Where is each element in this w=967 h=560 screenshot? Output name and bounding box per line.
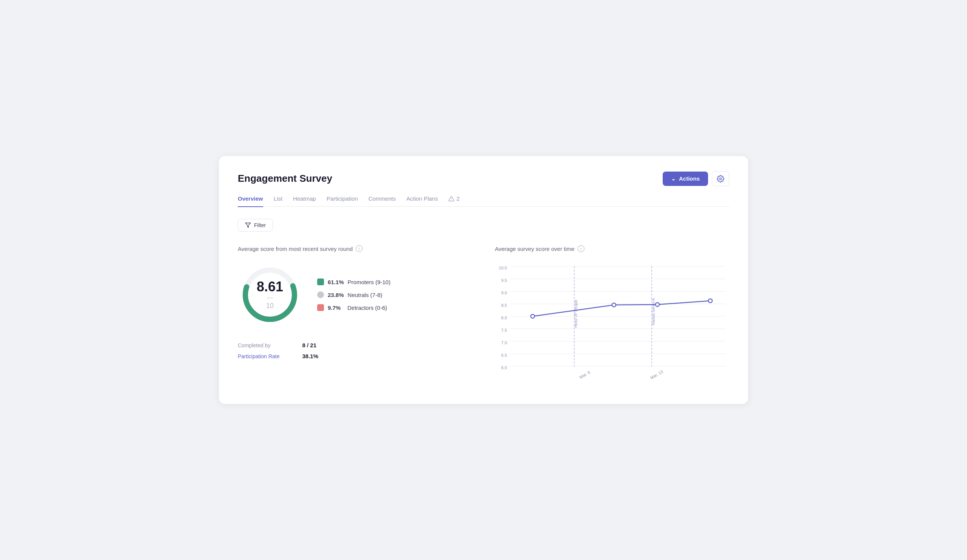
gauge-section: 8.61 — 10 61.1% Promoters (9-10) 23.8% [238,263,472,327]
score-section-title: Average score from most recent survey ro… [238,245,472,252]
legend-detractors: 9.7% Detractors (0-6) [317,304,391,311]
filter-icon [245,222,251,228]
participation-value: 38.1% [302,353,472,359]
svg-text:7.0: 7.0 [501,341,507,345]
svg-text:7.5: 7.5 [501,328,507,333]
page-title: Engagement Survey [238,173,332,184]
svg-text:10.0: 10.0 [499,266,507,270]
chart-section: Average survey score over time i 10.0 9.… [495,245,729,385]
settings-button[interactable] [712,171,729,186]
chart-info-icon[interactable]: i [578,245,584,252]
tab-comments[interactable]: Comments [368,195,396,207]
svg-text:9.0: 9.0 [501,291,507,295]
tab-overview[interactable]: Overview [238,195,263,207]
score-section: Average score from most recent survey ro… [238,245,472,385]
completed-value: 8 / 21 [302,342,472,348]
gear-icon [717,175,724,183]
svg-text:8.5: 8.5 [501,303,507,308]
detractors-color-dot [317,304,324,311]
tab-warning-badge: 2 [448,195,459,206]
score-info-icon[interactable]: i [356,245,363,252]
svg-text:Mar. 13: Mar. 13 [649,369,664,380]
line-chart: 10.0 9.5 9.0 8.5 8.0 7.5 7.0 6.5 6.0 [495,263,729,385]
tab-list[interactable]: List [274,195,282,207]
svg-text:6.0: 6.0 [501,366,507,370]
data-point-2 [612,303,616,307]
tab-action-plans[interactable]: Action Plans [406,195,438,207]
svg-text:9.5: 9.5 [501,278,507,283]
svg-text:Raised Series A: Raised Series A [651,298,655,325]
completed-label: Completed by [238,343,280,348]
stats-grid: Completed by 8 / 21 Participation Rate 3… [238,342,472,359]
gauge-text: 8.61 — 10 [257,280,283,310]
page-header: Engagement Survey ⌄ Actions [238,171,729,186]
content-grid: Average score from most recent survey ro… [238,245,729,385]
tab-heatmap[interactable]: Heatmap [293,195,316,207]
chart-svg: 10.0 9.5 9.0 8.5 8.0 7.5 7.0 6.5 6.0 [495,263,729,384]
tabs-nav: Overview List Heatmap Participation Comm… [238,195,729,207]
score-legend: 61.1% Promoters (9-10) 23.8% Neutrals (7… [317,278,391,311]
gauge-chart: 8.61 — 10 [238,263,302,327]
chart-section-title: Average survey score over time i [495,245,729,252]
svg-text:Mar. 6: Mar. 6 [579,370,591,380]
promoters-color-dot [317,278,324,285]
filter-button[interactable]: Filter [238,219,273,232]
svg-text:8.0: 8.0 [501,316,507,320]
neutrals-color-dot [317,292,324,298]
legend-neutrals: 23.8% Neutrals (7-8) [317,292,391,298]
tab-participation[interactable]: Participation [327,195,358,207]
data-point-1 [531,315,535,318]
chart-line [533,301,710,316]
warning-icon [448,196,454,202]
chevron-down-icon: ⌄ [671,175,676,182]
svg-point-0 [720,178,722,180]
data-point-4 [708,299,712,303]
data-point-3 [655,303,659,306]
participation-rate-link[interactable]: Participation Rate [238,353,280,359]
header-actions: ⌄ Actions [663,171,729,186]
actions-button[interactable]: ⌄ Actions [663,171,708,186]
main-card: Engagement Survey ⌄ Actions Overview Lis… [219,156,748,404]
svg-marker-3 [245,223,250,227]
svg-text:Hired VP People: Hired VP People [574,300,578,328]
legend-promoters: 61.1% Promoters (9-10) [317,278,391,285]
svg-text:6.5: 6.5 [501,353,507,357]
